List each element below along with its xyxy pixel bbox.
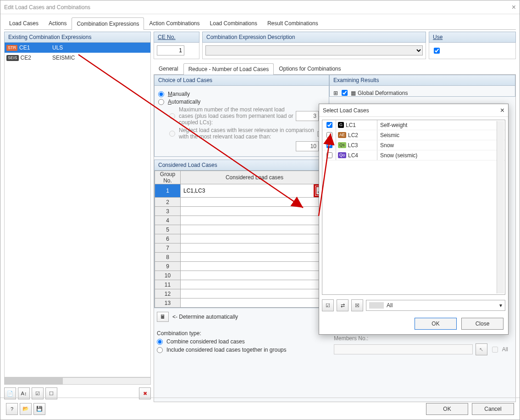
ce-row-ce2[interactable]: SEIS CE2 SEISMIC [5, 53, 150, 63]
ce-name: ULS [50, 44, 150, 51]
table-row[interactable]: 8 [155, 253, 329, 262]
table-row[interactable]: 9 [155, 262, 329, 271]
choice-header: Choice of Load Cases [154, 75, 329, 86]
cancel-button[interactable]: Cancel [472, 403, 514, 415]
ce-name: SEISMIC [50, 55, 150, 61]
tab-action-combinations[interactable]: Action Combinations [144, 17, 205, 29]
considered-header: Considered Load Cases [154, 160, 329, 171]
popup-title: Select Load Cases [323, 107, 369, 114]
radio-automatically[interactable] [158, 99, 164, 105]
popup-titlebar: Select Load Cases × [319, 104, 508, 117]
examining-header: Examining Results [329, 75, 515, 86]
list-item[interactable]: QsLC3 Snow [322, 140, 505, 150]
ce-no-header: CE No. [154, 32, 199, 43]
radio-max-number [169, 113, 175, 119]
tab-load-cases[interactable]: Load Cases [4, 17, 44, 29]
window-title: Edit Load Cases and Combinations [4, 4, 90, 11]
table-row[interactable]: 1 … [155, 184, 329, 198]
ce-list[interactable]: STR CE1 ULS SEIS CE2 SEISMIC [4, 43, 151, 377]
tab-result-combinations[interactable]: Result Combinations [262, 17, 323, 29]
table-row[interactable]: 10 [155, 271, 329, 280]
top-row: CE No. Combination Expression Descriptio… [154, 32, 516, 59]
tab-combination-expressions[interactable]: Combination Expressions [72, 17, 144, 30]
rownum: 6 [155, 234, 181, 243]
ok-button[interactable]: OK [426, 403, 468, 415]
tag-qs-icon: Qs [338, 142, 346, 148]
close-icon[interactable]: × [512, 3, 516, 11]
radio-neglect [169, 131, 175, 137]
popup-close-icon[interactable]: × [500, 106, 504, 115]
lc1-checkbox[interactable] [326, 122, 332, 128]
filter-select[interactable]: All ▾ [366, 300, 505, 311]
table-row[interactable]: 2 [155, 198, 329, 207]
calculator-icon[interactable]: 🖩 [157, 312, 169, 322]
list-item[interactable]: AELC2 Seismic [322, 130, 505, 140]
h-scrollbar[interactable] [4, 377, 151, 385]
expand-icon[interactable]: ⊞ [333, 90, 338, 96]
label-manually: MManuallyanually [168, 91, 190, 97]
popup-scrollbar[interactable] [497, 121, 504, 293]
list-item[interactable]: QoLC4 Snow (seismic) [322, 150, 505, 160]
table-row[interactable]: 6 [155, 234, 329, 243]
tag-qo-icon: Qo [338, 152, 346, 158]
radio-manually[interactable] [158, 91, 164, 97]
label-neglect: Neglect load cases with lesser relevance… [179, 127, 315, 140]
label-combine: Combine considered load cases [166, 338, 245, 345]
popup-list[interactable]: GLC1 Self-weight AELC2 Seismic QsLC3 Sno… [322, 120, 505, 295]
considered-table[interactable]: Group No. Considered Load cases 1 … [155, 171, 329, 308]
open-button[interactable]: 📂 [20, 403, 32, 415]
determine-auto-label: <- Determine automatically [172, 314, 238, 320]
tab-actions[interactable]: Actions [44, 17, 72, 29]
tab-load-combinations[interactable]: Load Combinations [205, 17, 262, 29]
rownum: 12 [155, 289, 181, 298]
use-checkbox[interactable] [434, 48, 440, 54]
subtab-reduce[interactable]: Reduce - Number of Load Cases [183, 63, 274, 75]
lc2-checkbox[interactable] [326, 132, 332, 138]
popup-toolbar: ☑ ⇄ ☒ All ▾ [319, 298, 508, 313]
invert-button[interactable]: ⇄ [337, 299, 349, 311]
table-row[interactable]: 13 [155, 298, 329, 308]
tree-label: Global Deformations [358, 90, 408, 96]
help-button[interactable]: ? [6, 403, 18, 415]
table-row[interactable]: 12 [155, 289, 329, 298]
footer: ? 📂 💾 OK Cancel [0, 398, 520, 420]
ce-row-ce1[interactable]: STR CE1 ULS [5, 43, 150, 53]
ce-no-input[interactable] [157, 45, 184, 55]
save-button[interactable]: 💾 [33, 403, 45, 415]
subtab-options[interactable]: Options for Combinations [274, 63, 346, 74]
considered-input-1[interactable] [183, 187, 314, 195]
filter-color-swatch [369, 302, 384, 309]
titlebar: Edit Load Cases and Combinations × [0, 0, 520, 14]
lc3-checkbox[interactable] [326, 142, 332, 148]
popup-buttons: OK Close [319, 313, 508, 334]
tree-item-global-def[interactable]: ⊞ ▦ Global Deformations [332, 88, 513, 97]
table-row[interactable]: 4 [155, 216, 329, 225]
chevron-down-icon: ▾ [499, 302, 502, 309]
rownum: 8 [155, 253, 181, 262]
table-row[interactable]: 7 [155, 243, 329, 253]
popup-ok-button[interactable]: OK [415, 318, 457, 330]
pick-button[interactable]: ↖ [476, 343, 487, 355]
lc-id: LC1 [346, 122, 356, 128]
members-all-checkbox [492, 347, 498, 353]
table-row[interactable]: 3 [155, 207, 329, 216]
select-all-button[interactable]: ☑ [322, 299, 334, 311]
filter-label: All [387, 302, 393, 309]
rownum: 1 [155, 184, 181, 198]
list-item[interactable]: GLC1 Self-weight [322, 120, 505, 130]
tree-checkbox[interactable] [342, 90, 348, 96]
tag-str: STR [6, 45, 17, 51]
rownum: 2 [155, 198, 181, 207]
deselect-all-button[interactable]: ☒ [351, 299, 363, 311]
lc4-checkbox[interactable] [326, 152, 332, 158]
ce-desc-select[interactable] [205, 45, 423, 55]
radio-combine[interactable] [157, 339, 163, 345]
ce-id: CE2 [21, 55, 31, 61]
subtab-general[interactable]: General [154, 63, 183, 74]
table-row[interactable]: 5 [155, 225, 329, 234]
popup-close-button[interactable]: Close [461, 318, 503, 330]
radio-include-groups[interactable] [157, 347, 163, 353]
table-row[interactable]: 11 [155, 280, 329, 289]
rownum: 10 [155, 271, 181, 280]
rownum: 11 [155, 280, 181, 289]
